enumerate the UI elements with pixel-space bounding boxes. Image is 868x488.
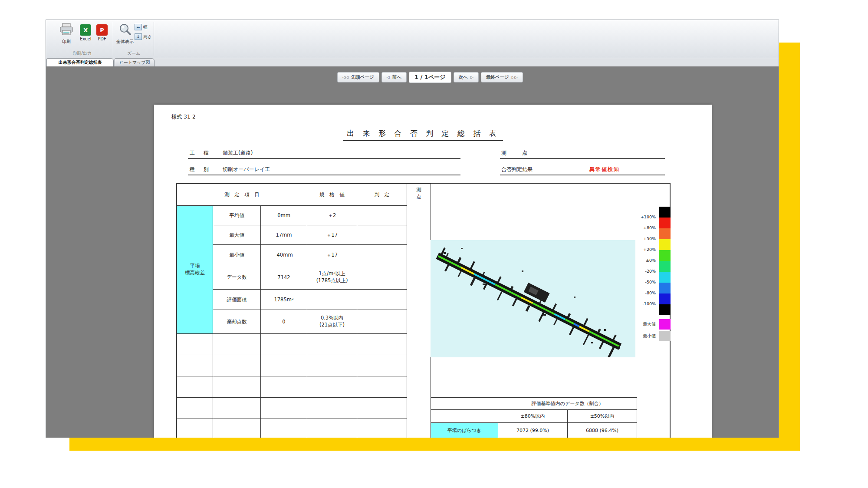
fit-height-button[interactable]: ↕ 高さ xyxy=(135,33,152,40)
preview-workarea: ◁◁ 先頭ページ ◁ 前へ 1 / 1ページ 次へ ▷ 最終ページ ▷▷ xyxy=(46,66,779,438)
empty-cell xyxy=(213,398,261,419)
judgement-table: 測 定 項 目 規 格 値 判 定 測 点 平場 標高較差 平均値 0mm ＋2 xyxy=(176,183,671,438)
empty-cell xyxy=(307,334,357,355)
empty-cell xyxy=(177,355,213,376)
empty-cell xyxy=(357,419,407,438)
fit-view-label: 全体表示 xyxy=(116,39,134,45)
legend-color-0 xyxy=(659,207,671,218)
prev-page-button[interactable]: ◁ 前へ xyxy=(381,72,407,82)
legend-label: -50% xyxy=(627,280,656,284)
empty-cell xyxy=(177,398,213,419)
empty-cell xyxy=(357,398,407,419)
header-station: 測 点 xyxy=(407,184,431,438)
row-value: 0 xyxy=(261,310,307,334)
fit-width-button[interactable]: ↔ 幅 xyxy=(135,24,148,30)
prev-page-icon: ◁ xyxy=(387,75,390,79)
row-judge xyxy=(357,290,407,310)
legend-color-5 xyxy=(659,261,671,272)
last-page-label: 最終ページ xyxy=(486,74,509,80)
fit-width-icon: ↔ xyxy=(135,24,142,30)
empty-cell xyxy=(357,355,407,376)
legend-color-9 xyxy=(659,304,671,315)
row-value: 1785m² xyxy=(261,290,307,310)
legend-color-2 xyxy=(659,228,671,239)
category-field-value: 切削オーバーレイ工 xyxy=(223,166,270,173)
row-judge xyxy=(357,225,407,245)
measurement-table: 測 定 項 目 規 格 値 判 定 測 点 平場 標高較差 平均値 0mm ＋2 xyxy=(177,184,431,438)
tab-heatmap[interactable]: ヒートマップ図 xyxy=(115,58,155,66)
row-spec: ＋17 xyxy=(307,245,357,265)
row-value: -40mm xyxy=(261,245,307,265)
page-indicator: 1 / 1ページ xyxy=(409,72,451,83)
work-type-value: 舗装工(道路) xyxy=(223,149,253,157)
row-name: 棄却点数 xyxy=(213,310,261,334)
print-button[interactable]: 印刷 xyxy=(59,23,74,45)
empty-cell xyxy=(261,398,307,419)
fit-width-label: 幅 xyxy=(143,24,148,30)
station-field-label: 測 点 xyxy=(501,149,527,157)
row-value: 17mm xyxy=(261,225,307,245)
stats-value-80: 7072 (99.0%) xyxy=(498,423,568,438)
legend-label: -80% xyxy=(627,290,656,295)
work-type-label: 工 種 xyxy=(190,149,210,157)
empty-cell xyxy=(213,355,261,376)
row-spec: ＋2 xyxy=(307,206,357,225)
row-spec: 0.3%以内 (21点以下) xyxy=(307,310,357,334)
ribbon-toolbar: 印刷 X Excel P PDF xyxy=(46,20,779,58)
first-page-label: 先頭ページ xyxy=(351,74,374,80)
print-button-label: 印刷 xyxy=(62,39,71,45)
row-judge xyxy=(357,245,407,265)
variation-stats-table: 評価基準値内のデータ数（割合） ±80%以内 ±50%以内 平場のばらつき 70… xyxy=(431,397,637,438)
next-page-button[interactable]: 次へ ▷ xyxy=(454,72,479,82)
fit-height-icon: ↕ xyxy=(135,33,142,40)
pdf-export-button[interactable]: P PDF xyxy=(96,24,108,41)
legend-max-color xyxy=(659,319,671,330)
row-name: データ数 xyxy=(213,265,261,290)
excel-icon: X xyxy=(80,24,91,36)
row-spec xyxy=(307,290,357,310)
legend-label: +80% xyxy=(627,225,656,230)
fit-height-label: 高さ xyxy=(143,34,152,40)
next-page-label: 次へ xyxy=(459,74,468,80)
legend-max-label: 最大値 xyxy=(627,321,656,327)
underline xyxy=(188,158,460,159)
empty-cell xyxy=(431,410,498,423)
row-name: 最大値 xyxy=(213,225,261,245)
stats-row-label: 平場のばらつき xyxy=(431,423,498,438)
legend-label: +20% xyxy=(627,247,656,252)
first-page-button[interactable]: ◁◁ 先頭ページ xyxy=(337,72,379,82)
underline xyxy=(188,175,460,175)
pdf-icon: P xyxy=(96,24,108,36)
row-spec: 1点/m²以上 (1785点以上) xyxy=(307,265,357,290)
next-page-icon: ▷ xyxy=(470,75,473,79)
empty-cell xyxy=(213,334,261,355)
empty-cell xyxy=(261,419,307,438)
stats-value-50: 6888 (96.4%) xyxy=(568,423,637,438)
legend-color-4 xyxy=(659,250,671,261)
row-judge xyxy=(357,206,407,225)
underline xyxy=(500,175,665,175)
screen-canvas: 印刷 X Excel P PDF xyxy=(0,0,868,488)
row-value: 7142 xyxy=(261,265,307,290)
tab-summary-report[interactable]: 出来形合否判定総括表 xyxy=(46,58,114,66)
ribbon-separator xyxy=(113,22,113,56)
stats-header: 評価基準値内のデータ数（割合） xyxy=(498,398,637,410)
excel-export-button[interactable]: X Excel xyxy=(80,24,92,41)
magnifier-icon xyxy=(118,23,132,38)
document-page: 様式-31-2 出 来 形 合 否 判 定 総 括 表 工 種 舗装工(道路) … xyxy=(154,105,712,438)
fit-view-button[interactable]: 全体表示 xyxy=(116,23,134,45)
empty-cell xyxy=(307,419,357,438)
last-page-button[interactable]: 最終ページ ▷▷ xyxy=(481,72,523,82)
legend-color-8 xyxy=(659,293,671,304)
stats-col1-header: ±80%以内 xyxy=(498,410,568,423)
tab-heatmap-label: ヒートマップ図 xyxy=(119,59,150,66)
group-label-zoom: ズーム xyxy=(115,50,152,56)
empty-cell xyxy=(177,334,213,355)
tab-summary-report-label: 出来形合否判定総括表 xyxy=(59,59,102,66)
empty-cell xyxy=(357,334,407,355)
prev-page-label: 前へ xyxy=(392,74,401,80)
legend-color-6 xyxy=(659,272,671,283)
legend-color-1 xyxy=(659,218,671,228)
empty-cell xyxy=(261,376,307,398)
judgement-result-value: 異常値検知 xyxy=(589,166,620,173)
